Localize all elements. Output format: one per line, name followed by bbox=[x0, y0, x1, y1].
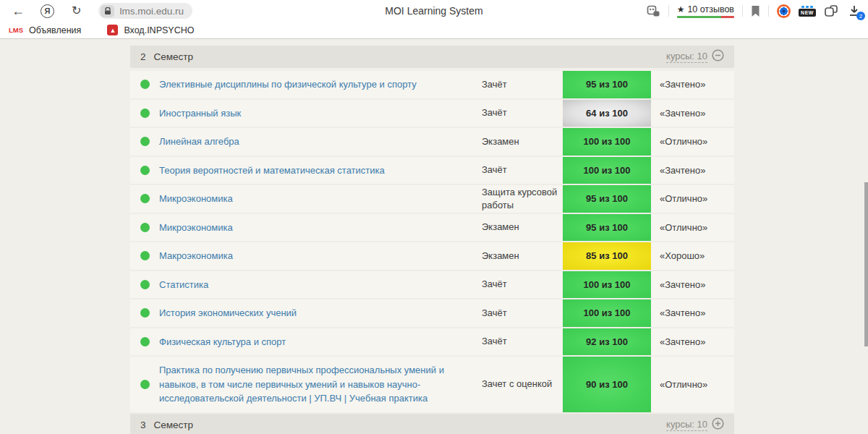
tabs-icon[interactable] bbox=[824, 4, 838, 17]
lms-favicon: LMS bbox=[9, 26, 23, 34]
refresh-button[interactable]: ↻ bbox=[72, 5, 81, 17]
semester-grades-table: 2 Семестр курсы: 10 Элективные дисциплин… bbox=[130, 40, 734, 434]
grade-label: «Хорошо» bbox=[660, 250, 705, 261]
status-cell bbox=[130, 194, 159, 203]
status-dot-icon bbox=[140, 166, 150, 175]
bookmark-label: Вход.INPSYCHO bbox=[124, 25, 194, 35]
protect-icon[interactable] bbox=[647, 5, 660, 17]
status-cell bbox=[130, 308, 159, 318]
course-link[interactable]: Иностранный язык bbox=[159, 100, 476, 127]
reviews-count-label: 10 отзывов bbox=[687, 4, 734, 14]
back-button[interactable]: ← bbox=[12, 4, 25, 17]
course-link[interactable]: Линейная алгебра bbox=[159, 128, 476, 156]
table-row: История экономических учений Зачёт 100 и… bbox=[130, 299, 734, 328]
toolbar-divider bbox=[742, 5, 743, 17]
course-link[interactable]: Микроэкономика bbox=[159, 185, 476, 213]
score-value: 100 из 100 bbox=[583, 165, 630, 176]
grade-label: «Зачтено» bbox=[660, 79, 705, 90]
new-icon-label: NEW bbox=[799, 9, 816, 17]
course-link[interactable]: Статистика bbox=[159, 271, 476, 299]
courses-count-label: курсы: 10 bbox=[666, 51, 707, 63]
reviews-row: ★ 10 отзывов bbox=[677, 4, 734, 14]
collapse-minus-icon[interactable] bbox=[712, 49, 724, 64]
score-value: 90 из 100 bbox=[586, 379, 628, 390]
bookmark-flag-icon[interactable] bbox=[751, 5, 760, 17]
grade-label: «Отлично» bbox=[660, 136, 707, 147]
grade-label: «Зачтено» bbox=[660, 108, 705, 119]
grade-label: «Зачтено» bbox=[660, 165, 705, 176]
status-cell bbox=[130, 137, 159, 146]
status-cell bbox=[130, 251, 159, 260]
bookmarks-bar: LMS Объявления ▲ Вход.INPSYCHO bbox=[0, 22, 868, 38]
score-value: 92 из 100 bbox=[586, 336, 628, 347]
new-icon-dashes bbox=[801, 6, 813, 8]
table-row: Статистика Зачёт 100 из 100 «Зачтено» bbox=[130, 271, 734, 300]
browser-extension-icon[interactable] bbox=[777, 4, 791, 18]
status-dot-icon bbox=[140, 137, 150, 146]
table-row: Микроэкономика Защита курсовой работы 95… bbox=[130, 185, 734, 214]
status-dot-icon bbox=[140, 194, 150, 203]
exam-type-label: Защита курсовой работы bbox=[482, 186, 560, 212]
semester-3-expand-toggle[interactable]: курсы: 10 bbox=[666, 417, 724, 433]
exam-type-label: Зачет с оценкой bbox=[482, 378, 560, 391]
url-text: lms.moi.edu.ru bbox=[119, 6, 184, 17]
status-cell bbox=[130, 380, 159, 389]
new-extension-icon[interactable]: NEW bbox=[799, 6, 816, 17]
exam-type-label: Зачёт bbox=[482, 278, 560, 291]
status-cell bbox=[130, 80, 159, 89]
score-value: 95 из 100 bbox=[586, 79, 628, 90]
site-reviews-button[interactable]: ★ 10 отзывов bbox=[677, 4, 734, 18]
bookmark-item-announcements[interactable]: LMS Объявления bbox=[9, 25, 81, 35]
course-link[interactable]: Практика по получению первичных професси… bbox=[159, 357, 476, 412]
table-row: Линейная алгебра Экзамен 100 из 100 «Отл… bbox=[130, 128, 734, 157]
course-link[interactable]: Макроэкономика bbox=[159, 242, 476, 270]
table-row: Макроэкономика Экзамен 85 из 100 «Хорошо… bbox=[130, 242, 734, 271]
lock-icon[interactable] bbox=[101, 5, 114, 17]
score-value: 100 из 100 bbox=[583, 279, 630, 290]
grade-label: «Зачтено» bbox=[660, 307, 705, 318]
status-dot-icon bbox=[140, 308, 150, 318]
status-cell bbox=[130, 223, 159, 232]
table-row: Иностранный язык Зачёт 64 из 100 «Зачтен… bbox=[130, 100, 734, 129]
status-dot-icon bbox=[140, 109, 150, 118]
status-dot-icon bbox=[140, 223, 150, 232]
browser-chrome: ← Я ↻ lms.moi.edu.ru MOI Learning System… bbox=[0, 0, 868, 39]
exam-type-label: Зачёт bbox=[482, 163, 560, 176]
exam-type-label: Зачёт bbox=[482, 335, 560, 348]
score-value: 64 из 100 bbox=[586, 108, 628, 119]
course-link[interactable]: Элективные дисциплины по физической куль… bbox=[159, 71, 476, 98]
status-dot-icon bbox=[140, 280, 150, 289]
semester-2-header: 2 Семестр курсы: 10 bbox=[130, 46, 734, 68]
course-link[interactable]: История экономических учений bbox=[159, 299, 476, 327]
score-cell: 90 из 100 bbox=[563, 357, 651, 412]
address-bar[interactable]: lms.moi.edu.ru bbox=[98, 3, 192, 19]
score-value: 100 из 100 bbox=[583, 307, 630, 318]
table-row: Практика по получению первичных професси… bbox=[130, 357, 734, 414]
grade-label: «Зачтено» bbox=[660, 279, 705, 290]
downloads-count-badge: 2 bbox=[856, 12, 865, 20]
toolbar-divider bbox=[768, 5, 769, 17]
page-scrollbar[interactable] bbox=[864, 182, 868, 346]
course-link[interactable]: Теория вероятностей и математическая ста… bbox=[159, 157, 476, 184]
status-cell bbox=[130, 280, 159, 289]
status-dot-icon bbox=[140, 380, 150, 389]
status-cell bbox=[130, 109, 159, 118]
bookmark-item-inpsycho[interactable]: ▲ Вход.INPSYCHO bbox=[107, 25, 194, 35]
score-value: 95 из 100 bbox=[586, 222, 628, 233]
grade-label: «Отлично» bbox=[660, 222, 707, 233]
score-cell: 95 из 100 bbox=[563, 71, 651, 98]
downloads-icon[interactable]: 2 bbox=[846, 4, 862, 18]
score-cell: 100 из 100 bbox=[563, 128, 651, 156]
yandex-home-icon[interactable]: Я bbox=[41, 4, 54, 18]
semester-2-collapse-toggle[interactable]: курсы: 10 bbox=[666, 49, 724, 64]
course-link[interactable]: Физическая культура и спорт bbox=[159, 328, 476, 356]
expand-plus-icon[interactable] bbox=[712, 417, 724, 433]
score-cell: 100 из 100 bbox=[563, 157, 651, 184]
exam-type-label: Зачёт bbox=[482, 78, 560, 91]
score-value: 100 из 100 bbox=[583, 136, 630, 147]
semester-label: Семестр bbox=[154, 420, 194, 430]
score-cell: 85 из 100 bbox=[563, 242, 651, 270]
grade-label: «Зачтено» bbox=[660, 336, 705, 347]
score-value: 85 из 100 bbox=[586, 250, 628, 261]
course-link[interactable]: Микроэкономика bbox=[159, 214, 476, 242]
